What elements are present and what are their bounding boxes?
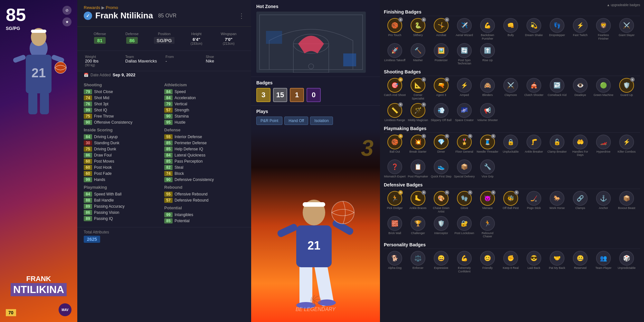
- attr-score: 79: [164, 101, 173, 107]
- badge-item[interactable]: 🎨 S Chase Down Artist: [430, 191, 452, 213]
- badge-item[interactable]: 👥 Team Player: [592, 251, 614, 273]
- play-pr-point[interactable]: P&R Point: [256, 117, 282, 125]
- badge-item[interactable]: 📢 Volume Shooter: [477, 103, 498, 122]
- badge-item[interactable]: 🪄 S Middy Magician: [407, 103, 429, 122]
- badge-item[interactable]: 💎 S Dimer: [430, 135, 452, 157]
- promo-link[interactable]: Promo: [106, 5, 118, 10]
- badge-item[interactable]: 📐 S Corner Specialist: [407, 78, 429, 100]
- badge-item[interactable]: 🎖️ S Floor General: [453, 135, 475, 157]
- badge-item[interactable]: 🛡️ Interceptor: [430, 216, 452, 239]
- badge-item[interactable]: 🤝 Pat My Back: [546, 251, 568, 273]
- badge-item[interactable]: 🏆 Challenger: [407, 216, 429, 239]
- badge-item[interactable]: 🤐 Reserved: [569, 251, 591, 273]
- badge-item[interactable]: 😎 Laid Back: [523, 251, 545, 273]
- shoe-stat: Shoe Nike: [204, 53, 245, 68]
- badge-item[interactable]: 😊 Friendly: [477, 251, 498, 273]
- badge-item[interactable]: 🤲 Handles For Days: [569, 135, 591, 157]
- badge-item[interactable]: 🦶 S Ankle Braces: [407, 191, 429, 213]
- badge-item[interactable]: 📏 S Limitless Range: [384, 103, 406, 122]
- play-isolation[interactable]: Isolation: [310, 117, 333, 125]
- badge-item[interactable]: 🎲 Unpredictable: [616, 251, 638, 273]
- badge-item[interactable]: 🔨 Masher: [407, 43, 429, 66]
- badge-item[interactable]: 🔓 Clamp Breaker: [546, 135, 568, 157]
- badge-item[interactable]: 😈 S Menace: [477, 191, 498, 213]
- badge-item[interactable]: ✊ Keep It Real: [500, 251, 522, 273]
- badge-item[interactable]: ❓ Mismatch Expert: [384, 159, 406, 178]
- badge-item[interactable]: 🟢 Green Machine: [592, 78, 614, 100]
- badge-item[interactable]: 📦 Special Delivery: [453, 159, 475, 178]
- badge-item[interactable]: 💨 Slippery Off Ball: [430, 103, 452, 122]
- badge-item[interactable]: 😄 Expressive: [430, 251, 452, 273]
- badge-item[interactable]: 🦵 Ankle Breaker: [523, 135, 545, 157]
- badge-item[interactable]: 🔄 Post Spin Technician: [453, 43, 475, 66]
- badge-item[interactable]: ⚔️ Claymore: [500, 78, 522, 100]
- badge-item[interactable]: 👊 Bully: [500, 18, 522, 41]
- badge-item[interactable]: 👣 Dropstepper: [546, 18, 568, 41]
- badge-item[interactable]: 💥 S Break Starter: [407, 135, 429, 157]
- badge-item[interactable]: 🐍 S Slithery: [407, 18, 429, 41]
- badge-item[interactable]: 🏎️ Hyperdrive: [592, 135, 614, 157]
- badge-item[interactable]: ⬆️ Rise Up: [477, 43, 498, 66]
- badge-icon: 🎖️ S: [457, 135, 472, 149]
- badge-item[interactable]: 🔫 S Agent 3: [430, 78, 452, 100]
- badge-item[interactable]: ✈️ Aerial Wizard: [453, 18, 475, 41]
- badge-item[interactable]: 💪 Backdown Punisher: [477, 18, 498, 41]
- badge-item[interactable]: 🌌 Space Creator: [453, 103, 475, 122]
- badge-item[interactable]: 🐝 S Off Ball Pest: [500, 191, 522, 213]
- badge-item[interactable]: 🐎 Work Horse: [546, 191, 568, 213]
- badge-item[interactable]: 👟 Quick First Step: [430, 159, 452, 178]
- badge-item[interactable]: 🔧 Vice Grip: [477, 159, 498, 178]
- play-hand-off[interactable]: Hand Off: [284, 117, 308, 125]
- badge-item[interactable]: ⚔️ Giant Slayer: [616, 18, 638, 41]
- badge-item[interactable]: 🖼️ Posterizer: [430, 43, 452, 66]
- team-label: Team: [125, 55, 163, 59]
- badge-item[interactable]: 🏃 G Pick Dodger: [384, 191, 406, 213]
- badge-emoji: 🦵: [530, 138, 537, 146]
- options-dots[interactable]: ⋮: [238, 12, 245, 20]
- badge-item[interactable]: 🧵 S Needle Threader: [477, 135, 498, 157]
- badge-item[interactable]: 📦 Boxout Beast: [616, 191, 638, 213]
- badge-item[interactable]: 🧱 Brick Wall: [384, 216, 406, 239]
- badge-icon: 👟: [434, 159, 449, 174]
- wingspan-stat: Wingspan 7'0" (213cm): [213, 31, 245, 47]
- badge-item[interactable]: ⚡ Killer Combos: [616, 135, 638, 157]
- card-last-name: NTILIKINA: [11, 283, 67, 296]
- badge-name: Corner Specialist: [407, 93, 429, 100]
- shoe-value: Nike: [206, 59, 243, 63]
- badge-item[interactable]: 🦁 Fearless Finisher: [592, 18, 614, 41]
- badge-item[interactable]: 🏃 Rebound Chaser: [477, 216, 498, 239]
- badge-item[interactable]: ⚓ Anchor: [592, 191, 614, 213]
- badge-item[interactable]: 🛡️ S Guard Up: [616, 78, 638, 100]
- badge-item[interactable]: 🧤 S Glove: [453, 191, 475, 213]
- badge-item[interactable]: 📋 Post Playmaker: [407, 159, 429, 178]
- badge-item[interactable]: 🔒 Unpluckable: [500, 135, 522, 157]
- badge-item[interactable]: 🙈 Blinders: [477, 78, 498, 100]
- badge-item[interactable]: ⚡ Fast Twitch: [569, 18, 591, 41]
- badge-icon: 🤝: [550, 251, 564, 266]
- badge-item[interactable]: 💪 Extremely Confident: [453, 251, 475, 273]
- badge-item[interactable]: 🎯 G Catch And Shoot: [384, 78, 406, 100]
- badge-item[interactable]: 👁️ Deadeye: [569, 78, 591, 100]
- badge-item[interactable]: ⚡ Amped: [453, 78, 475, 100]
- badge-emoji: 🧵: [484, 138, 491, 146]
- badge-silver-count: 15: [273, 88, 287, 102]
- badge-item[interactable]: ↩️ Comeback Kid: [546, 78, 568, 100]
- badge-item[interactable]: 🏀 G Ball Out: [384, 135, 406, 157]
- defense-title: Defense: [164, 128, 245, 132]
- badge-item[interactable]: 🤸 S Acrobat: [430, 18, 452, 41]
- badge-item[interactable]: 🚀 Limitless Takeoff: [384, 43, 406, 66]
- attr-row: 89Passing Accuracy: [84, 204, 164, 209]
- badge-item[interactable]: 🔐 Post Lockdown: [453, 216, 475, 239]
- badge-icon: 📢: [480, 103, 495, 118]
- badge-item[interactable]: 🏒 Pogo Stick: [523, 191, 545, 213]
- badge-item[interactable]: 🎪 Clutch Shooter: [523, 78, 545, 100]
- badge-level: G: [398, 134, 403, 138]
- badge-item[interactable]: 🏀 S Pro Touch: [384, 18, 406, 41]
- badge-item[interactable]: 🐕 Alpha Dog: [384, 251, 406, 273]
- badge-item[interactable]: 💫 Dream Shake: [523, 18, 545, 41]
- badge-item[interactable]: 🔗 Clamps: [569, 191, 591, 213]
- badge-item[interactable]: ⚖️ Enforcer: [407, 251, 429, 273]
- rewards-link[interactable]: Rewards: [84, 5, 100, 10]
- team-stat: Team Dallas Mavericks: [124, 53, 164, 68]
- attr-name: Driving Layup: [94, 135, 118, 139]
